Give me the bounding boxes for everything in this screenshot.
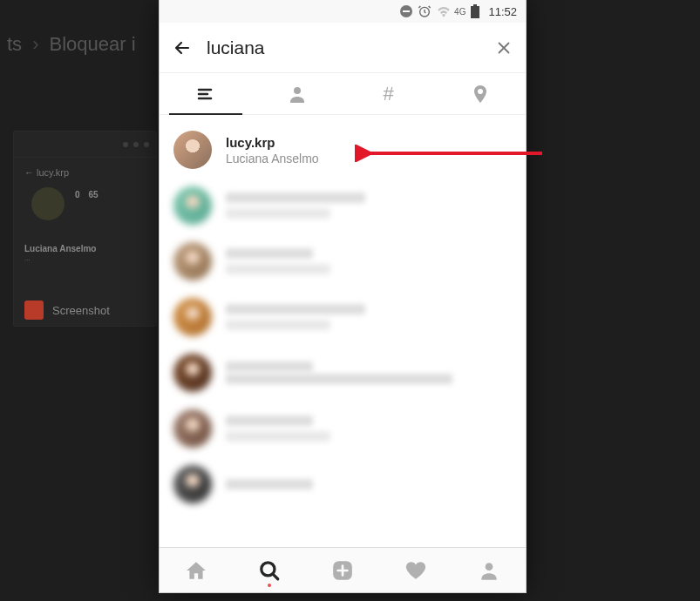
result-username: lucy.krp [226,135,319,150]
breadcrumb-current: Bloquear i [49,33,135,56]
background-screenshot-row: Screenshot [24,300,110,320]
avatar [173,186,212,225]
phone-screen: 4G 11:52 # lucy.krp Luciana Anselmo [160,0,526,592]
image-icon [24,300,44,320]
nav-activity[interactable] [379,548,452,592]
nav-home[interactable] [160,548,233,592]
screenshot-label: Screenshot [52,304,110,317]
heart-icon [404,559,427,582]
home-icon [185,559,207,582]
result-fullname: Luciana Anselmo [226,152,319,165]
result-item-primary[interactable]: lucy.krp Luciana Anselmo [160,122,526,178]
result-item-blurred[interactable] [160,178,526,233]
background-fullname: Luciana Anselmo [24,244,96,253]
avatar [173,298,212,336]
battery-icon [471,4,479,18]
alarm-icon [418,4,432,18]
svg-point-6 [486,563,493,571]
wifi-icon [437,5,451,17]
status-bar: 4G 11:52 [160,0,526,23]
result-item-blurred[interactable] [160,456,526,512]
background-stats: 0 65 [75,190,99,199]
tab-places[interactable] [434,73,526,114]
breadcrumb-prev-fragment: ts [7,33,22,56]
clear-icon[interactable] [494,38,513,57]
svg-rect-1 [473,4,477,6]
background-profile-card [13,131,157,327]
chevron-right-icon: › [32,33,38,56]
avatar [173,409,212,448]
notification-dot-icon [268,584,271,587]
avatar [173,131,212,169]
tab-top[interactable] [160,73,251,114]
background-card-username: ← lucy.krp [24,167,69,178]
avatar [173,465,212,503]
back-arrow-icon[interactable] [172,37,193,58]
add-post-icon [331,559,354,582]
result-item-blurred[interactable] [160,401,526,456]
nav-add[interactable] [306,548,379,592]
do-not-disturb-icon [400,5,412,17]
location-icon [470,84,491,105]
search-results[interactable]: lucy.krp Luciana Anselmo [160,115,526,547]
bottom-nav [160,547,526,592]
breadcrumb: ts › Bloquear i [0,33,143,56]
result-item-blurred[interactable] [160,233,526,289]
background-subline: ··· [24,256,31,264]
list-icon [195,84,216,105]
result-item-blurred[interactable] [160,345,526,401]
person-icon [287,84,308,105]
hashtag-icon: # [383,83,393,105]
search-header [160,23,526,73]
search-input[interactable] [207,37,480,58]
avatar [173,354,212,392]
search-tabs: # [160,73,526,115]
search-icon [258,559,281,582]
status-clock: 11:52 [488,5,517,18]
network-label: 4G [454,7,466,17]
result-item-blurred[interactable] [160,289,526,345]
svg-point-3 [294,87,301,94]
avatar [173,242,212,280]
tab-tags[interactable]: # [343,73,434,114]
nav-profile[interactable] [452,548,526,592]
result-text: lucy.krp Luciana Anselmo [226,135,319,165]
profile-icon [478,559,500,582]
svg-rect-2 [471,6,479,18]
background-avatar [31,187,65,220]
nav-search[interactable] [233,548,306,592]
tab-people[interactable] [251,73,343,114]
